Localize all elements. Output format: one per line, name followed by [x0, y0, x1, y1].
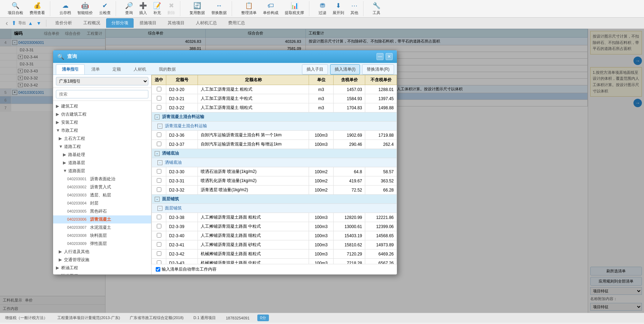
tab-measure-items[interactable]: 措施项目 [134, 18, 162, 28]
search-input[interactable] [56, 90, 148, 98]
supplement-btn[interactable]: 📝 补充 [151, 1, 163, 16]
tree-node-road-base[interactable]: ▶ 道路基层 [53, 159, 151, 167]
tab-cost-analysis[interactable]: 造价分析 [50, 18, 77, 28]
insert-child-btn[interactable]: 插入子目 [302, 64, 328, 74]
tree-node-road-surface[interactable]: ▼ 道路面层 [53, 167, 151, 175]
tree-node-tunnel[interactable]: ▶ 隧道工程 [53, 272, 151, 274]
quota-row-d2332[interactable]: D2-3-32 沥青透层 喷油量(1kg/m2) 100m2 72.52 66.… [152, 186, 397, 195]
tree-node-municipal[interactable]: ▼ 市政工程 [53, 127, 151, 135]
tree-node-road[interactable]: ▼ 道路工程 [53, 143, 151, 151]
quota-row-d2331[interactable]: D2-3-31 喷洒乳化沥青 喷油量(1kg/m2) 100m2 419.67 … [152, 176, 397, 186]
insert-list-btn[interactable]: 插入清单(I) [330, 64, 360, 74]
check-d2342[interactable] [152, 250, 166, 259]
sub-expand-oil[interactable]: - [157, 160, 162, 165]
sub-expand-transport[interactable]: - [157, 124, 162, 129]
province-select[interactable]: 广东18指引 [56, 77, 148, 85]
check-d2343[interactable] [152, 259, 166, 264]
modal-tab-my-data[interactable]: 我的数据 [153, 64, 182, 74]
tree-leaf-040203001[interactable]: 040203001 沥青表面处治 [53, 175, 151, 183]
check-d2331[interactable] [152, 176, 166, 186]
tree-node-roadbase-treatment[interactable]: ▶ 路基处理 [53, 151, 151, 159]
project-check-btn[interactable]: 🔍 项目自检 [6, 1, 25, 16]
query-btn[interactable]: 🔎 查询 [123, 1, 135, 16]
tools-btn[interactable]: 🔧 工具 [371, 1, 382, 16]
check-d2320[interactable] [152, 85, 166, 94]
check-d2332[interactable] [152, 186, 166, 195]
tree-node-traffic[interactable]: ▶ 交通管理设施 [53, 256, 151, 264]
filter-btn[interactable]: ⛃ 过滤 [316, 1, 328, 16]
modal-tab-labor[interactable]: 人材机 [128, 64, 152, 74]
section-expand-transport[interactable]: - [155, 115, 160, 119]
tree-leaf-040203003[interactable]: 040203003 透层、粘层 [53, 191, 151, 199]
nav-down-icon[interactable]: ▼ [37, 20, 41, 26]
nav-collapse-btn[interactable]: ‹ [3, 19, 11, 27]
nav-up-icon[interactable]: ▲ [28, 20, 33, 26]
tab-other-items[interactable]: 其他项目 [162, 18, 190, 28]
tree-leaf-040203005[interactable]: 040203005 黑色碎石 [53, 207, 151, 215]
extract-support-btn[interactable]: 📊 提取税支撑 [283, 1, 306, 16]
check-d2321[interactable] [152, 94, 166, 103]
modal-close-btn[interactable]: ✕ [386, 53, 393, 60]
status-score: 0分 [257, 315, 269, 321]
reuse-data-btn[interactable]: 🔄 复用数据 [187, 1, 207, 16]
check-d2337[interactable] [152, 140, 166, 149]
quota-row-d2330[interactable]: D2-3-30 喷洒石油沥青 喷油量(1kg/m2) 100m2 64.8 58… [152, 167, 397, 176]
cloud-doc-btn[interactable]: ☁ 云存档 [57, 1, 73, 16]
quota-row-d2322[interactable]: D2-3-22 人工加工沥青混凝土 细粒式 m3 1704.83 1498.88 [152, 103, 397, 112]
tree-node-ancient[interactable]: ▶ 仿古建筑工程 [53, 110, 151, 118]
section-expand-surface[interactable]: - [155, 197, 160, 202]
quota-row-d2338[interactable]: D2-3-38 人工摊铺沥青混凝土路面 粗粒式 100m3 12820.99 1… [152, 213, 397, 222]
tab-labor-machine[interactable]: 人材机汇总 [191, 18, 222, 28]
tab-project-overview[interactable]: 工程概况 [78, 18, 105, 28]
modal-tab-list[interactable]: 清单 [85, 64, 106, 74]
cost-view-btn[interactable]: 💰 费用查看 [27, 1, 47, 16]
tree-leaf-040203007[interactable]: 040203007 水泥混凝土 [53, 223, 151, 232]
tree-node-earthwork[interactable]: ▶ 土石方工程 [53, 135, 151, 143]
check-d2339[interactable] [152, 222, 166, 231]
check-d2322[interactable] [152, 103, 166, 112]
modal-minimize-btn[interactable]: — [376, 53, 384, 60]
unit-price-icon: 🏷 [268, 2, 274, 9]
quota-row-d2320[interactable]: D2-3-20 人工加工沥青混凝土 粗粒式 m3 1457.03 1288.01 [152, 85, 397, 94]
modal-tab-quota[interactable]: 定额 [107, 64, 127, 74]
quota-row-d2340[interactable]: D2-3-40 人工摊铺沥青混凝土路面 细粒式 100m3 15403.19 1… [152, 231, 397, 240]
organize-list-btn[interactable]: 📋 整理清单 [239, 1, 259, 16]
auto-work-content-checkbox[interactable] [156, 267, 160, 272]
check-d2338[interactable] [152, 213, 166, 222]
sub-expand-surface[interactable]: - [157, 206, 162, 211]
insert-btn[interactable]: ➕ 插入 [137, 1, 149, 16]
quota-row-d2337[interactable]: D2-3-37 自卸汽车运输沥青混凝土混合料 每增运1km 100m3 290.… [152, 140, 397, 149]
modal-tab-list-guide[interactable]: 清单指引 [56, 64, 85, 74]
section-expand-oil[interactable]: - [155, 151, 160, 156]
check-d2341[interactable] [152, 240, 166, 250]
check-d2340[interactable] [152, 231, 166, 240]
quota-row-d2341[interactable]: D2-3-41 人工摊铺沥青混凝土路面 砂粒式 100m3 15810.62 1… [152, 240, 397, 250]
tree-node-building[interactable]: ▶ 建筑工程 [53, 102, 151, 110]
tree-leaf-040203004[interactable]: 040203004 封层 [53, 199, 151, 207]
expand-btn[interactable]: ⬇ 展开到 [330, 1, 346, 16]
code-d2341: D2-3-41 [166, 240, 198, 250]
tab-sections[interactable]: 分部分项 [106, 18, 134, 28]
tree-leaf-040203008[interactable]: 040203008 块料面层 [53, 232, 151, 240]
unit-price-btn[interactable]: 🏷 单价构成 [261, 1, 281, 16]
quota-row-d2343[interactable]: D2-3-43 机械摊铺沥青混凝土路面 中粒式 100m3 7218.28 65… [152, 259, 397, 264]
tree-node-bridge[interactable]: ▶ 桥涵工程 [53, 264, 151, 272]
tree-node-pedestrian[interactable]: ▶ 人行道及其他 [53, 248, 151, 256]
quota-row-d2342[interactable]: D2-3-42 机械摊铺沥青混凝土路面 粗粒式 100m3 7120.29 64… [152, 250, 397, 259]
check-d2330[interactable] [152, 167, 166, 176]
replace-data-btn[interactable]: ↔ 替换数据 [209, 1, 229, 16]
tree-leaf-040203006[interactable]: 040203006 沥青混凝土 [53, 215, 151, 223]
replace-list-btn[interactable]: 替换清单(R) [362, 64, 394, 74]
quota-row-d2336[interactable]: D2-3-36 自卸汽车运输沥青混凝土混合料 第一个1km 100m3 1902… [152, 131, 397, 140]
other-btn[interactable]: ⋯ 其他 [348, 1, 360, 16]
tab-fee-summary[interactable]: 费用汇总 [223, 18, 250, 28]
cloud-check-btn[interactable]: ✔ 云检查 [97, 1, 113, 16]
tree-leaf-040203002[interactable]: 040203002 沥青贯入式 [53, 183, 151, 191]
quota-row-d2339[interactable]: D2-3-39 人工摊铺沥青混凝土路面 中粒式 100m3 13000.61 1… [152, 222, 397, 231]
check-d2336[interactable] [152, 131, 166, 140]
delete-btn[interactable]: ✖ 删除 [165, 1, 177, 16]
quota-row-d2321[interactable]: D2-3-21 人工加工沥青混凝土 中粒式 m3 1584.93 1397.45 [152, 94, 397, 103]
smart-quote-btn[interactable]: 🤖 智能组价 [75, 1, 95, 16]
tree-node-install[interactable]: ▶ 安装工程 [53, 118, 151, 127]
tree-leaf-040203009[interactable]: 040203009 弹性面层 [53, 240, 151, 248]
